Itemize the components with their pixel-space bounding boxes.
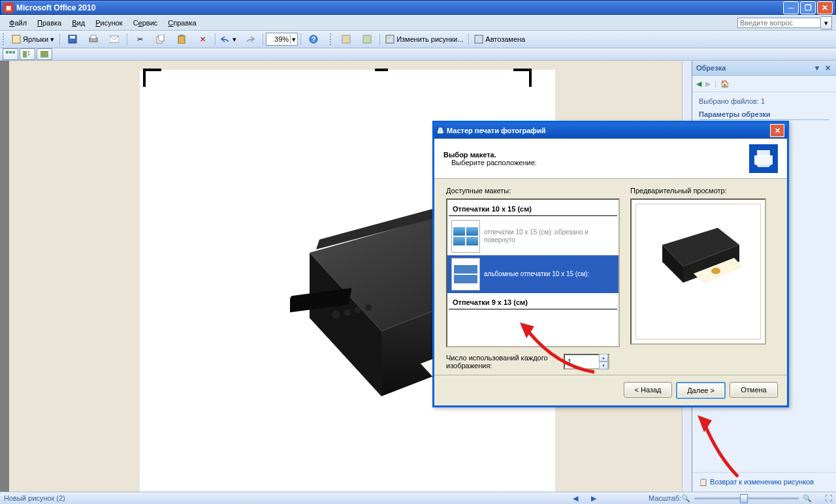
menu-help[interactable]: Справка (163, 18, 201, 28)
window-title-bar: ▣ Microsoft Office 2010 ─ ❐ ✕ (0, 0, 836, 15)
app-title: Microsoft Office 2010 (16, 3, 95, 12)
svg-rect-14 (386, 35, 394, 43)
svg-point-29 (355, 307, 361, 313)
cut-icon[interactable]: ✂ (130, 31, 150, 47)
preview-pane (630, 198, 766, 345)
ask-question-input[interactable] (737, 18, 821, 28)
menu-picture[interactable]: Рисунок (90, 18, 128, 28)
svg-point-30 (365, 304, 372, 311)
prev-image-icon[interactable]: ◀ (573, 494, 578, 503)
maximize-button[interactable]: ❐ (800, 1, 816, 14)
next-image-icon[interactable]: ▶ (591, 494, 596, 503)
auto-correct-icon[interactable] (336, 31, 356, 47)
svg-rect-19 (12, 51, 15, 54)
undo-icon[interactable]: ▾ (218, 31, 239, 47)
fit-window-icon[interactable]: ⛶ (825, 494, 832, 502)
menu-file[interactable]: Файл (4, 18, 32, 28)
nav-back-icon[interactable]: ◀ (696, 80, 701, 88)
filmstrip-view-button[interactable] (20, 48, 35, 60)
zoom-slider[interactable]: 🔍 🔍 ⛶ (681, 494, 832, 503)
svg-text:?: ? (312, 36, 315, 43)
mail-icon[interactable] (104, 31, 124, 47)
dialog-icon: 🖶 (437, 127, 444, 134)
redo-icon[interactable] (240, 31, 260, 47)
print-wizard-dialog: 🖶 Мастер печати фотографий ✕ Выбор макет… (432, 121, 789, 407)
delete-icon[interactable]: ✕ (193, 31, 212, 47)
wizard-step-icon (749, 144, 778, 173)
preview-label: Предварительный просмотр: (630, 187, 766, 195)
crop-params-header: Параметры обрезки (699, 110, 829, 120)
back-button[interactable]: < Назад (624, 382, 672, 398)
svg-rect-21 (28, 51, 29, 53)
svg-rect-8 (178, 36, 185, 44)
thumbnail-view-button[interactable] (3, 48, 18, 60)
edit-pictures-button[interactable]: Изменить рисунки... (383, 31, 466, 47)
next-button[interactable]: Далее > (676, 382, 726, 399)
usage-spinner[interactable]: ▲▼ (564, 354, 609, 370)
autoreplace-button[interactable]: Автозамена (472, 31, 528, 47)
toolbar-main: Ярлыки ▾ ✂ ✕ ▾ ▾ ? Изменить рисунки... А… (0, 31, 836, 48)
sidebar-title: Обрезка (696, 64, 726, 72)
nav-forward-icon: ▶ (705, 80, 711, 88)
layout-section-10x15: Отпечатки 10 x 15 (см) (449, 202, 617, 216)
spin-up-icon[interactable]: ▲ (599, 354, 608, 362)
svg-rect-0 (12, 35, 20, 43)
print-icon[interactable] (84, 31, 103, 47)
save-icon[interactable] (63, 31, 82, 47)
cancel-button[interactable]: Отмена (730, 382, 778, 398)
zoom-input[interactable] (266, 35, 290, 43)
svg-rect-2 (70, 36, 75, 39)
app-icon: ▣ (3, 3, 14, 13)
svg-rect-16 (475, 35, 483, 43)
preview-thumbnail (656, 217, 747, 289)
ask-dropdown-icon[interactable]: ▾ (821, 16, 832, 29)
shortcuts-button[interactable]: Ярлыки ▾ (9, 31, 57, 47)
layout-list[interactable]: Отпечатки 10 x 15 (см) отпечатки 10 x 15… (446, 198, 620, 347)
dialog-heading: Выбор макета. (443, 151, 496, 159)
ask-question-box[interactable]: ▾ (737, 16, 832, 29)
menu-edit[interactable]: Правка (32, 18, 67, 28)
sidebar-dropdown-icon[interactable]: ▼ (812, 63, 822, 72)
copy-icon[interactable] (151, 31, 170, 47)
dialog-title-bar[interactable]: 🖶 Мастер печати фотографий ✕ (434, 123, 787, 138)
close-button[interactable]: ✕ (817, 1, 833, 14)
svg-rect-18 (9, 51, 12, 54)
svg-rect-23 (40, 51, 48, 57)
usage-input[interactable] (565, 357, 599, 366)
help-icon[interactable]: ? (304, 31, 323, 47)
tool-icon[interactable] (357, 31, 377, 47)
view-mode-strip (0, 48, 836, 61)
menu-service[interactable]: Сервис (128, 18, 163, 28)
svg-rect-9 (180, 35, 184, 37)
zoom-in-icon[interactable]: 🔍 (803, 494, 812, 503)
available-layouts-label: Доступные макеты: (446, 187, 620, 195)
back-to-edit-link[interactable]: 📋 Возврат к изменению рисунков (699, 478, 814, 486)
svg-point-28 (344, 309, 351, 316)
paste-icon[interactable] (172, 31, 191, 47)
dialog-close-button[interactable]: ✕ (770, 124, 784, 137)
svg-rect-4 (91, 35, 96, 39)
svg-rect-12 (342, 35, 350, 43)
status-doc-name: Новый рисунок (2) (4, 494, 65, 502)
svg-point-35 (711, 268, 720, 274)
layout-section-9x13: Отпечатки 9 x 13 (см) (449, 296, 617, 309)
nav-home-icon[interactable]: 🏠 (720, 80, 730, 88)
minimize-button[interactable]: ─ (783, 1, 799, 14)
single-view-button[interactable] (37, 48, 52, 60)
layout-item-cropped[interactable]: отпечатки 10 x 15 (см): обрезано и повер… (447, 217, 619, 255)
selected-count-label: Выбрано файлов: 1 (699, 97, 829, 105)
dialog-title: Мастер печати фотографий (447, 127, 545, 134)
menu-view[interactable]: Вид (67, 18, 90, 28)
svg-rect-17 (6, 51, 8, 54)
spin-down-icon[interactable]: ▼ (599, 362, 608, 370)
svg-point-15 (387, 37, 390, 39)
zoom-combo[interactable]: ▾ (266, 33, 298, 46)
sidebar-close-icon[interactable]: ✕ (823, 63, 832, 72)
menu-bar: Файл Правка Вид Рисунок Сервис Справка ▾ (0, 15, 836, 31)
svg-rect-20 (23, 51, 27, 57)
zoom-out-icon[interactable]: 🔍 (681, 494, 690, 503)
zoom-label: Масштаб: (649, 494, 681, 502)
sidebar-nav: ◀ ▶ | 🏠 (692, 76, 836, 92)
status-bar: Новый рисунок (2) ◀ ▶ Масштаб: 🔍 🔍 ⛶ (0, 492, 836, 504)
layout-item-album[interactable]: альбомные отпечатки 10 x 15 (см): (447, 255, 619, 293)
